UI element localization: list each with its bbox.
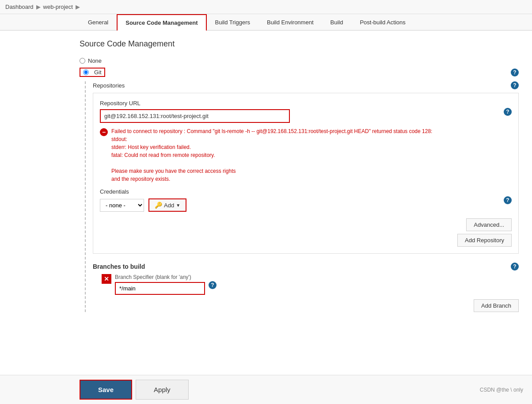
repositories-label: Repositories xyxy=(93,82,125,89)
error-text: Failed to connect to repository : Comman… xyxy=(111,127,432,183)
branch-input-wrapper xyxy=(115,282,205,295)
branches-help-icon[interactable]: ? xyxy=(511,263,519,271)
add-credentials-wrapper: 🔑 Add ▼ xyxy=(148,198,186,212)
action-bar: Save Apply CSDN @the \ only xyxy=(0,375,532,404)
credentials-select[interactable]: - none - xyxy=(100,199,144,212)
add-branch-button[interactable]: Add Branch xyxy=(474,299,519,312)
scm-git-label: Git xyxy=(94,69,102,76)
repo-url-input[interactable] xyxy=(101,110,289,122)
branch-specifier-input[interactable] xyxy=(116,283,204,294)
breadcrumb: Dashboard ▶ web-project ▶ xyxy=(0,0,532,14)
branches-label: Branches to build xyxy=(93,263,145,270)
scm-git-radio[interactable] xyxy=(83,69,89,75)
add-repository-button[interactable]: Add Repository xyxy=(457,234,512,247)
scm-git-help-icon[interactable]: ? xyxy=(511,69,519,76)
watermark: CSDN @the \ only xyxy=(480,387,523,393)
scm-git-option[interactable]: Git ? xyxy=(80,68,519,77)
page-title: Source Code Management xyxy=(80,39,519,49)
apply-button[interactable]: Apply xyxy=(136,380,189,400)
key-icon: 🔑 xyxy=(155,202,162,209)
main-content: Source Code Management None Git ? Reposi… xyxy=(0,30,532,384)
tab-source-code-management[interactable]: Source Code Management xyxy=(117,14,206,30)
add-dropdown-arrow: ▼ xyxy=(176,203,180,208)
breadcrumb-arrow-2: ▶ xyxy=(76,4,80,10)
remove-branch-button[interactable]: ✕ xyxy=(102,274,111,284)
breadcrumb-dashboard[interactable]: Dashboard xyxy=(5,4,34,10)
advanced-button[interactable]: Advanced... xyxy=(466,218,512,231)
credentials-help-icon[interactable]: ? xyxy=(504,196,512,204)
repo-url-label: Repository URL xyxy=(100,100,499,107)
tab-general[interactable]: General xyxy=(80,14,117,30)
tab-build-environment[interactable]: Build Environment xyxy=(258,14,322,30)
right-buttons: Advanced... Add Repository xyxy=(100,218,512,247)
tab-build[interactable]: Build xyxy=(322,14,352,30)
branch-specifier-help-icon[interactable]: ? xyxy=(209,281,217,289)
error-icon: − xyxy=(100,128,108,136)
credentials-label: Credentials xyxy=(100,188,186,195)
breadcrumb-project[interactable]: web-project xyxy=(43,4,73,10)
add-credentials-button[interactable]: 🔑 Add ▼ xyxy=(149,199,186,211)
breadcrumb-arrow-1: ▶ xyxy=(36,4,41,10)
branches-section: Branches to build ? ✕ Branch Specifier (… xyxy=(93,263,519,312)
scm-none-radio[interactable] xyxy=(80,58,85,64)
save-button[interactable]: Save xyxy=(80,380,132,400)
repositories-help-icon[interactable]: ? xyxy=(511,81,519,89)
scm-none-label: None xyxy=(88,57,102,64)
credentials-row: - none - 🔑 Add ▼ xyxy=(100,198,186,212)
branch-specifier-label: Branch Specifier (blank for 'any') xyxy=(115,274,205,280)
tab-post-build-actions[interactable]: Post-build Actions xyxy=(351,14,414,30)
scm-none-option[interactable]: None xyxy=(80,57,519,64)
tab-build-triggers[interactable]: Build Triggers xyxy=(207,14,258,30)
repo-url-help-icon[interactable]: ? xyxy=(504,108,512,116)
action-bar-left: Save Apply xyxy=(80,380,189,400)
error-block: − Failed to connect to repository : Comm… xyxy=(100,127,512,183)
tab-bar: General Source Code Management Build Tri… xyxy=(0,14,532,30)
